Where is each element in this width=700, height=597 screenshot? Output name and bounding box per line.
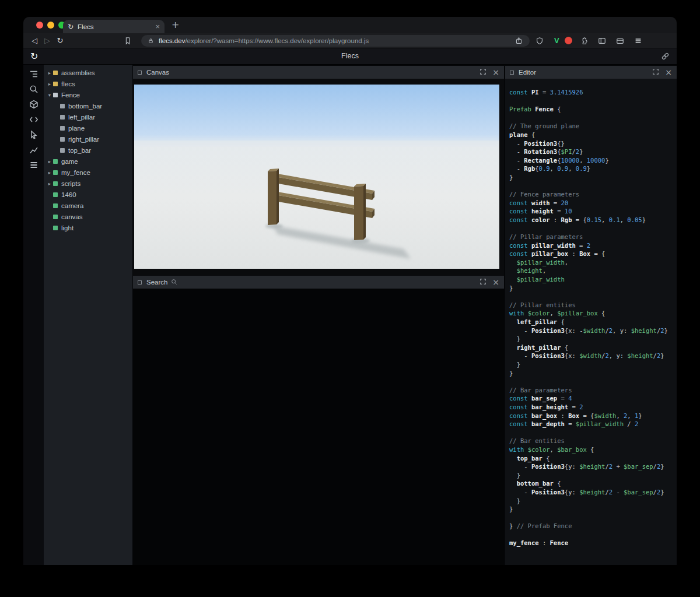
expand-icon <box>480 278 487 285</box>
entity-kind-icon <box>53 93 58 97</box>
queries-button[interactable] <box>29 160 38 170</box>
tree-item-light[interactable]: light <box>44 222 132 233</box>
code-line <box>509 182 677 191</box>
code-line: const PI = 3.1415926 <box>509 88 677 97</box>
code-line: $pillar_width <box>509 275 677 284</box>
code-line: - Rectangle{10000, 10000} <box>509 156 677 165</box>
panel-grip-icon[interactable] <box>138 280 142 285</box>
tree-item-canvas[interactable]: canvas <box>44 211 132 222</box>
chevron-right-icon[interactable]: ▸ <box>46 159 53 164</box>
back-button[interactable]: ◁ <box>28 36 41 45</box>
code-line: const bar_height = 2 <box>509 403 677 412</box>
code-line: } // Prefab Fence <box>509 522 677 531</box>
tree-item-assemblies[interactable]: ▸assemblies <box>44 67 132 78</box>
tree-item-my_fence[interactable]: ▸my_fence <box>44 167 132 178</box>
share-link-button[interactable] <box>661 52 670 63</box>
editor-expand-button[interactable] <box>652 67 659 78</box>
search-close-button[interactable]: × <box>492 278 499 286</box>
chevron-down-icon[interactable]: ▾ <box>46 92 53 98</box>
search-panel-body[interactable] <box>133 289 504 565</box>
canvas-close-button[interactable]: × <box>492 68 499 76</box>
code-line: const bar_box : Box = {$width, 2, 1} <box>509 412 677 420</box>
entity-kind-icon <box>60 115 65 120</box>
statistics-button[interactable] <box>29 145 38 154</box>
lock-icon <box>146 35 155 47</box>
tree-item-bottom_bar[interactable]: bottom_bar <box>44 100 132 111</box>
tree-item-1460[interactable]: 1460 <box>44 189 132 200</box>
bookmark-button[interactable] <box>121 34 134 47</box>
canvas-expand-button[interactable] <box>480 67 487 78</box>
tree-item-plane[interactable]: plane <box>44 122 132 134</box>
tree-item-top_bar[interactable]: top_bar <box>44 145 132 156</box>
code-line: const bar_depth = $pillar_width / 2 <box>509 420 677 429</box>
code-line: - Position3{y: $height/2 + $bar_sep/2} <box>509 462 677 471</box>
tree-item-flecs[interactable]: ▸flecs <box>44 78 132 89</box>
search-button[interactable] <box>29 85 38 94</box>
code-line: // Bar entities <box>509 437 677 445</box>
code-line: const bar_sep = 4 <box>509 394 677 403</box>
browser-toolbar: ◁ ▷ ↻ flecs.dev/explorer/?wasm=https://w… <box>23 33 677 48</box>
tree-item-camera[interactable]: camera <box>44 200 132 211</box>
shield-button[interactable] <box>533 34 546 47</box>
code-button[interactable] <box>29 115 38 124</box>
entities-button[interactable] <box>29 100 38 109</box>
panel-grip-icon[interactable] <box>138 71 142 75</box>
puzzle-icon <box>580 37 588 45</box>
address-bar[interactable]: flecs.dev/explorer/?wasm=https://www.fle… <box>141 35 530 47</box>
search-expand-button[interactable] <box>480 277 487 287</box>
tree-item-label: canvas <box>61 213 82 220</box>
chevron-right-icon[interactable]: ▸ <box>46 170 53 175</box>
code-line: // Bar parameters <box>509 386 677 395</box>
tree-item-right_pillar[interactable]: right_pillar <box>44 134 132 145</box>
editor-code[interactable]: const PI = 3.1415926 Prefab Fence { // T… <box>505 79 677 565</box>
entity-kind-icon <box>60 148 65 153</box>
entity-tree-button[interactable] <box>29 69 38 79</box>
code-line <box>509 531 677 539</box>
tree-item-scripts[interactable]: ▸scripts <box>44 178 132 189</box>
editor-close-button[interactable]: × <box>665 68 672 76</box>
inspect-button[interactable] <box>29 130 38 139</box>
expand-icon <box>652 68 659 75</box>
expand-icon <box>480 68 487 75</box>
tree-item-left_pillar[interactable]: left_pillar <box>44 111 132 122</box>
minimize-window-button[interactable] <box>47 22 54 29</box>
url-path: /explorer/?wasm=https://www.flecs.dev/ex… <box>185 37 512 44</box>
3d-viewport[interactable] <box>134 85 499 269</box>
close-window-button[interactable] <box>36 22 43 29</box>
tree-item-Fence[interactable]: ▾Fence <box>44 89 132 100</box>
extensions-button[interactable] <box>578 34 590 47</box>
search-panel-header: Search × <box>133 276 504 289</box>
shield-icon <box>536 37 544 45</box>
tree-item-label: scripts <box>61 180 80 187</box>
code-line: // Pillar entities <box>509 301 677 310</box>
tab-close-icon[interactable]: × <box>155 22 160 31</box>
code-line: - Position3{} <box>509 139 677 148</box>
wallet-button[interactable] <box>614 34 626 47</box>
code-line: const pillar_width = 2 <box>509 241 677 250</box>
wallet-icon <box>616 37 624 45</box>
entity-kind-icon <box>60 137 65 142</box>
share-button[interactable] <box>512 35 525 47</box>
tree-item-label: light <box>61 224 74 231</box>
page-title: Flecs <box>23 52 677 60</box>
red-extension-button[interactable] <box>565 37 572 44</box>
tree-item-label: game <box>61 158 78 165</box>
browser-tab[interactable]: ↻ Flecs × <box>63 20 164 33</box>
v-extension-button[interactable]: V <box>554 36 559 45</box>
tool-sidebar <box>23 65 44 565</box>
browser-menu-button[interactable] <box>632 34 645 47</box>
chevron-right-icon[interactable]: ▸ <box>46 181 53 187</box>
code-line: my_fence : Fence <box>509 539 677 547</box>
forward-button[interactable]: ▷ <box>41 36 54 45</box>
bookmark-icon <box>124 37 132 45</box>
entity-kind-icon <box>53 192 58 197</box>
reload-button[interactable]: ↻ <box>54 36 66 45</box>
panel-grip-icon[interactable] <box>510 71 514 75</box>
editor-column: Editor × const PI = 3.1415926 Prefab Fen… <box>505 65 677 565</box>
sidebar-toggle-button[interactable] <box>596 34 608 47</box>
tree-item-game[interactable]: ▸game <box>44 156 132 167</box>
chevron-right-icon[interactable]: ▸ <box>46 81 53 87</box>
new-tab-button[interactable]: + <box>172 19 179 30</box>
chevron-right-icon[interactable]: ▸ <box>46 70 53 76</box>
code-line <box>509 224 677 233</box>
